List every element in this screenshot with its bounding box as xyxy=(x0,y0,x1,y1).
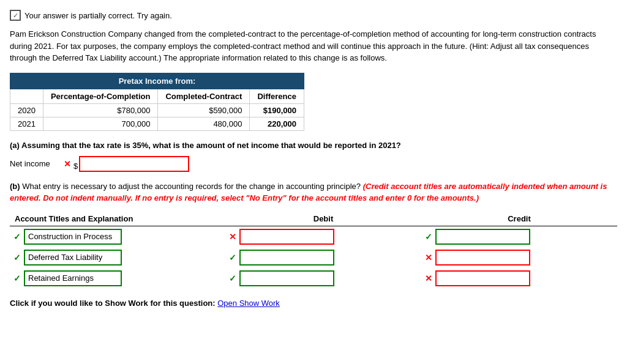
journal-col-debit: Debit xyxy=(225,212,421,226)
debit-input-1[interactable] xyxy=(239,250,334,266)
table-header-top: Pretax Income from: xyxy=(10,73,304,89)
pretax-income-table: Pretax Income from: Percentage-of-Comple… xyxy=(10,73,304,131)
credit-input-1[interactable] xyxy=(435,250,530,266)
journal-entry-table: Account Titles and Explanation Debit Cre… xyxy=(10,212,617,289)
show-work-row: Click if you would like to Show Work for… xyxy=(10,299,617,308)
col-year-header xyxy=(10,89,43,103)
col-poc-header: Percentage-of-Completion xyxy=(43,89,158,103)
debit-input-2[interactable] xyxy=(239,270,334,286)
journal-row: ✓✓✕ xyxy=(10,268,617,289)
credit-input-0[interactable] xyxy=(435,229,530,245)
col-cc-header: Completed-Contract xyxy=(158,89,250,103)
banner-text: Your answer is partially correct. Try ag… xyxy=(24,11,172,20)
table-row: 2021700,000480,000220,000 xyxy=(10,117,304,130)
debit-input-0[interactable] xyxy=(239,229,334,245)
net-income-label: Net income xyxy=(10,159,59,168)
col-diff-header: Difference xyxy=(250,89,304,103)
problem-description: Pam Erickson Construction Company change… xyxy=(10,28,617,64)
part-a-label: (a) Assuming that the tax rate is 35%, w… xyxy=(10,141,617,150)
net-income-x-mark: ✕ xyxy=(64,159,71,169)
account-title-input-2[interactable] xyxy=(24,270,122,286)
account-title-input-1[interactable] xyxy=(24,250,122,266)
net-income-input-group: ✕ $ xyxy=(64,156,189,172)
journal-row: ✓✓✕ xyxy=(10,247,617,268)
journal-col-account: Account Titles and Explanation xyxy=(10,212,225,226)
net-income-row: Net income ✕ $ xyxy=(10,156,617,172)
show-work-label: Click if you would like to Show Work for… xyxy=(10,299,216,308)
banner: ✓ Your answer is partially correct. Try … xyxy=(10,10,617,21)
account-title-input-0[interactable] xyxy=(24,229,122,245)
journal-col-credit: Credit xyxy=(421,212,617,226)
journal-row: ✓✕✓ xyxy=(10,226,617,247)
show-work-link[interactable]: Open Show Work xyxy=(217,299,280,308)
net-income-dollar: $ xyxy=(73,162,78,171)
part-b-description: (b) What entry is necessary to adjust th… xyxy=(10,180,617,204)
net-income-input[interactable] xyxy=(79,156,189,172)
credit-input-2[interactable] xyxy=(435,270,530,286)
table-row: 2020$780,000$590,000$190,000 xyxy=(10,103,304,117)
partial-correct-icon: ✓ xyxy=(10,10,21,21)
